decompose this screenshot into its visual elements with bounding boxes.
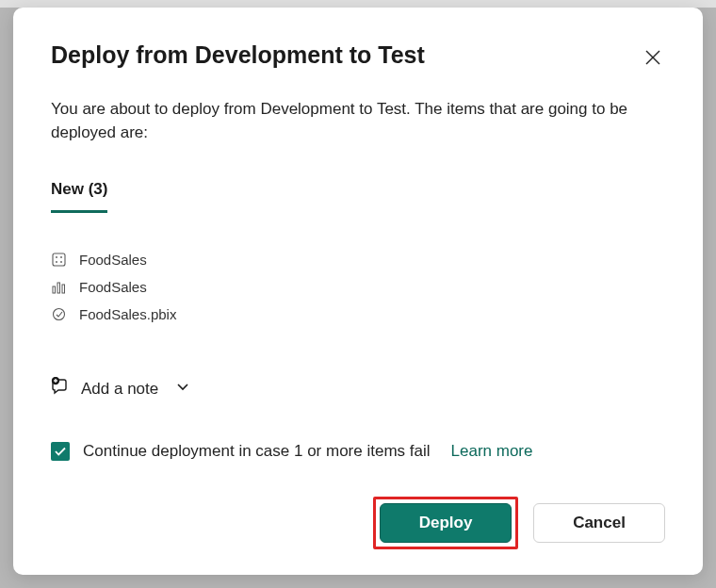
file-icon [51,307,66,322]
item-label: FoodSales [79,279,147,295]
close-button[interactable] [641,45,665,70]
dialog-header: Deploy from Development to Test [51,41,665,70]
tabs: New (3) [51,180,665,214]
svg-point-3 [56,256,57,258]
svg-rect-9 [62,285,65,293]
learn-more-link[interactable]: Learn more [451,442,533,461]
item-list: FoodSales FoodSales FoodSales.pbix [51,246,665,328]
item-label: FoodSales [79,252,147,268]
deploy-dialog: Deploy from Development to Test You are … [13,8,703,575]
dataset-icon [51,253,66,268]
svg-rect-2 [53,253,65,266]
svg-point-6 [60,261,62,263]
svg-point-10 [53,309,64,320]
deploy-highlight: Deploy [373,497,518,549]
chevron-down-icon [175,379,190,399]
background-strip [0,0,716,8]
continue-label: Continue deployment in case 1 or more it… [83,442,431,461]
svg-point-5 [56,261,57,263]
list-item: FoodSales.pbix [51,301,665,328]
add-note-label: Add a note [81,380,158,399]
tab-new[interactable]: New (3) [51,180,107,213]
continue-row: Continue deployment in case 1 or more it… [51,442,665,461]
button-row: Deploy Cancel [51,497,665,549]
add-note-toggle[interactable]: Add a note [51,377,665,400]
item-label: FoodSales.pbix [79,306,176,322]
list-item: FoodSales [51,246,665,273]
cancel-button[interactable]: Cancel [533,503,665,543]
continue-checkbox[interactable] [51,442,70,461]
report-icon [51,280,66,295]
dialog-description: You are about to deploy from Development… [51,98,665,144]
svg-point-4 [60,256,62,258]
svg-rect-7 [53,286,56,293]
list-item: FoodSales [51,273,665,301]
close-icon [644,49,661,66]
note-add-icon [51,377,70,400]
check-icon [54,445,67,458]
svg-rect-8 [57,283,60,293]
dialog-title: Deploy from Development to Test [51,41,425,69]
deploy-button[interactable]: Deploy [380,503,512,543]
